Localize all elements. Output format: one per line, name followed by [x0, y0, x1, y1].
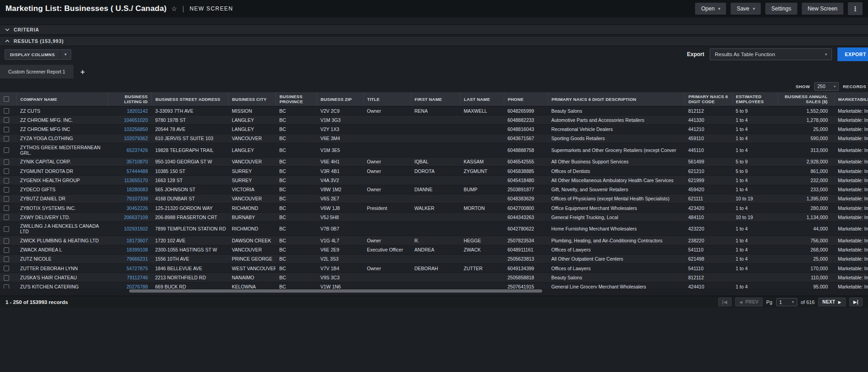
business-listing-id-link[interactable]: 79666231: [126, 256, 148, 262]
first-page-button[interactable]: |◀: [718, 298, 732, 306]
page-size-select[interactable]: 250 ▾: [814, 82, 839, 91]
last-page-button[interactable]: ▶|: [849, 298, 863, 306]
business-listing-id-link[interactable]: 54727875: [126, 266, 148, 271]
column-header[interactable]: BUSINESS ZIP: [317, 92, 363, 106]
table-cell: BC: [276, 222, 317, 236]
row-checkbox[interactable]: [4, 238, 9, 244]
column-header[interactable]: BUSINESS CITY: [228, 92, 276, 106]
business-listing-id-link[interactable]: 18280083: [126, 187, 148, 192]
row-checkbox[interactable]: [4, 187, 9, 193]
row-checkbox[interactable]: [4, 117, 9, 123]
table-cell: BC: [276, 125, 317, 134]
chevron-down-icon: [5, 28, 10, 31]
table-cell: 6048911161: [504, 245, 548, 254]
row-checkbox[interactable]: [4, 178, 9, 183]
criteria-section-header[interactable]: CRITERIA: [0, 25, 868, 35]
table-cell: 6042780622: [504, 222, 548, 236]
row-checkbox[interactable]: [4, 226, 9, 232]
business-listing-id-link[interactable]: 113655170: [124, 178, 148, 183]
table-cell: [411, 222, 460, 236]
column-header[interactable]: PHONE: [504, 92, 548, 106]
horizontal-scrollbar: [0, 289, 868, 293]
column-header[interactable]: FIRST NAME: [411, 92, 460, 106]
column-header[interactable]: BUSINESS LISTING ID: [108, 92, 152, 106]
column-header[interactable]: BUSINESS STREET ADDRESS: [152, 92, 228, 106]
table-cell: V1G 4L7: [317, 236, 363, 245]
table-cell: [460, 176, 504, 185]
table-cell: [411, 134, 460, 143]
table-cell: 65237426: [108, 143, 152, 157]
export-button[interactable]: EXPORT: [837, 47, 868, 61]
chevron-down-icon: ▾: [753, 6, 755, 11]
row-checkbox[interactable]: [4, 147, 9, 153]
row-checkbox[interactable]: [4, 196, 9, 202]
business-listing-id-link[interactable]: 102931502: [124, 226, 148, 231]
business-listing-id-link[interactable]: 57444488: [126, 168, 148, 174]
table-cell: MISSION: [228, 106, 276, 115]
next-page-button[interactable]: NEXT ▶: [818, 298, 846, 306]
column-header[interactable]: COMPANY NAME: [16, 92, 108, 106]
results-section-header[interactable]: RESULTS (153,993): [0, 36, 868, 46]
business-listing-id-link[interactable]: 104651020: [124, 117, 148, 123]
column-header[interactable]: PRIMARY NAICS 6 DIGIT CODE: [685, 92, 732, 106]
column-header[interactable]: PRIMARY NAICS 6 DIGIT DESCRIPTION: [548, 92, 685, 106]
business-listing-id-link[interactable]: 18399108: [126, 247, 148, 252]
business-listing-id-link[interactable]: 35710870: [126, 159, 148, 164]
select-all-checkbox[interactable]: [4, 96, 9, 102]
table-row: ZWICK PLUMBING & HEATING LTD181736071720…: [0, 236, 868, 245]
business-listing-id-link[interactable]: 20276788: [126, 284, 148, 288]
row-checkbox[interactable]: [4, 266, 9, 271]
business-listing-id-link[interactable]: 79112746: [127, 275, 148, 280]
open-button[interactable]: Open ▾: [695, 3, 726, 15]
row-checkbox[interactable]: [4, 215, 9, 220]
row-checkbox[interactable]: [4, 168, 9, 174]
horizontal-scrollbar-thumb[interactable]: [129, 289, 542, 293]
table-cell: Owner: [363, 264, 411, 273]
new-screen-button[interactable]: New Screen: [802, 3, 843, 15]
business-listing-id-link[interactable]: 65237426: [126, 147, 148, 153]
column-header[interactable]: TITLE: [363, 92, 411, 106]
column-header[interactable]: MARKETABILITY CAT: [834, 92, 868, 106]
column-header[interactable]: ESTIMATED EMPLOYEES: [732, 92, 778, 106]
favorite-star-icon[interactable]: ☆: [171, 5, 177, 12]
row-checkbox[interactable]: [4, 127, 9, 132]
add-tab-button[interactable]: +: [80, 68, 85, 76]
settings-button[interactable]: Settings: [765, 3, 797, 15]
tab-custom-screener-report-1[interactable]: Custom Screener Report 1: [0, 65, 73, 79]
business-listing-id-link[interactable]: 103256850: [124, 126, 148, 132]
kebab-menu-button[interactable]: ⋮: [848, 2, 863, 15]
column-header[interactable]: LAST NAME: [460, 92, 504, 106]
table-cell: KELOWNA: [228, 282, 276, 288]
chevron-down-icon[interactable]: ▾: [60, 50, 71, 59]
table-cell: Recreational Vehicle Dealers: [548, 125, 685, 134]
table-row: ZYBOTIX SYSTEMS INC.30452226125-21320 GO…: [0, 203, 868, 212]
row-checkbox[interactable]: [4, 247, 9, 253]
table-cell: 6048265999: [504, 106, 548, 115]
business-listing-id-link[interactable]: 30452226: [126, 205, 148, 211]
column-header[interactable]: BUSINESS PROVINCE: [276, 92, 317, 106]
table-cell: ZWACK ANDREA L: [16, 245, 108, 254]
export-format-select[interactable]: Results As Table Function ▾: [710, 48, 832, 60]
row-checkbox[interactable]: [4, 159, 9, 165]
business-listing-id-link[interactable]: 206637109: [124, 215, 148, 220]
row-checkbox[interactable]: [4, 275, 9, 281]
business-listing-id-link[interactable]: 18173607: [126, 238, 148, 243]
table-cell: 1 to 4: [732, 185, 778, 194]
display-columns-button[interactable]: DISPLAY COLUMNS ▾: [5, 49, 71, 60]
save-button[interactable]: Save ▾: [731, 3, 761, 15]
column-header[interactable]: BUSINESS ANNUAL SALES ($): [778, 92, 834, 106]
business-listing-id-link[interactable]: 18201142: [127, 108, 148, 114]
row-checkbox[interactable]: [4, 108, 9, 114]
table-cell: V6E 2E9: [317, 245, 363, 254]
business-listing-id-link[interactable]: 102079362: [124, 136, 148, 141]
page-number-select[interactable]: 1 ▾: [776, 298, 797, 306]
prev-page-button[interactable]: ◀ PREV: [735, 298, 763, 306]
business-listing-id-link[interactable]: 79107339: [126, 196, 148, 201]
table-row: ZYGENIX HEALTH GROUP1136551701663 128 ST…: [0, 176, 868, 185]
row-checkbox[interactable]: [4, 205, 9, 211]
table-cell: 170,000: [778, 264, 834, 273]
row-checkbox[interactable]: [4, 136, 9, 141]
row-checkbox[interactable]: [4, 257, 9, 262]
row-checkbox[interactable]: [4, 284, 9, 288]
table-cell: 2503891877: [504, 185, 548, 194]
